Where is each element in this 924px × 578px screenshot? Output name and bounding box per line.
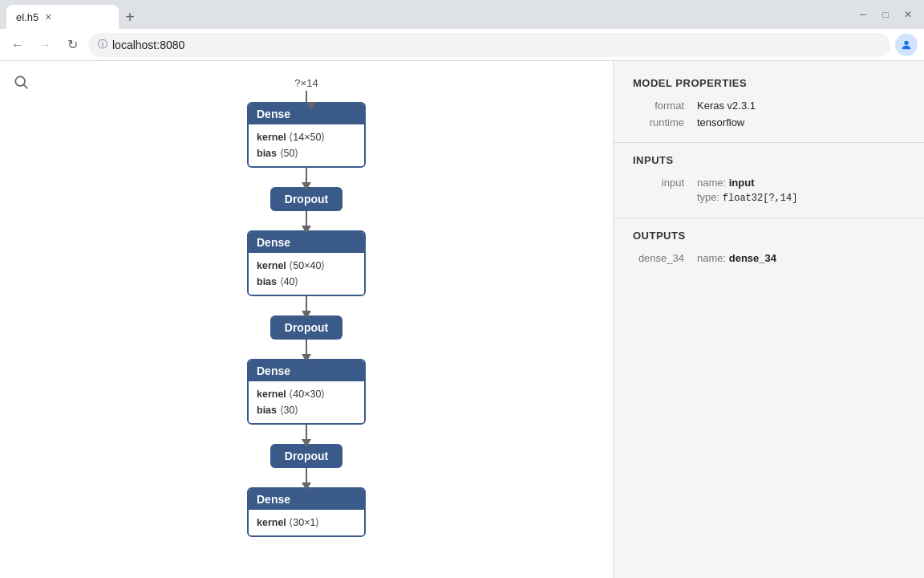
close-tab-button[interactable]: × <box>45 11 51 22</box>
svg-marker-7 <box>302 354 311 362</box>
dense-layer-3[interactable]: Dense kernel ⟨40×30⟩ bias ⟨30⟩ <box>247 359 366 425</box>
outputs-title: OUTPUTS <box>614 230 924 250</box>
dropout-2-label: Dropout <box>270 315 342 340</box>
back-button[interactable]: ← <box>6 34 29 56</box>
input-label: input <box>633 177 697 189</box>
svg-marker-4 <box>302 182 311 190</box>
diagram-scroll: ?×14 Dense kernel ⟨14×50⟩ bias <box>0 61 613 578</box>
output-name-value: name: dense_34 <box>697 252 776 264</box>
svg-marker-5 <box>302 226 311 234</box>
runtime-row: runtime tensorflow <box>614 114 924 131</box>
diagram-panel: ?×14 Dense kernel ⟨14×50⟩ bias <box>0 61 613 578</box>
dropout-layer-3[interactable]: Dropout <box>270 444 342 468</box>
minimize-button[interactable]: ─ <box>853 5 873 24</box>
browser-tab[interactable]: el.h5 × <box>6 5 119 29</box>
window-close-button[interactable]: ✕ <box>898 5 918 24</box>
dense-3-header: Dense <box>249 360 364 381</box>
outputs-section: OUTPUTS dense_34 name: dense_34 <box>614 230 924 267</box>
svg-marker-9 <box>302 482 311 490</box>
output-name-row: dense_34 name: dense_34 <box>614 250 924 267</box>
reload-button[interactable]: ↻ <box>61 34 83 56</box>
dense-2-bias: bias ⟨40⟩ <box>257 274 356 290</box>
forward-button[interactable]: → <box>34 34 56 56</box>
dense-1-bias: bias ⟨50⟩ <box>257 145 356 161</box>
dense-4-kernel: kernel ⟨30×1⟩ <box>257 515 356 531</box>
dropout-3-label: Dropout <box>270 444 342 468</box>
profile-button[interactable] <box>895 34 918 56</box>
dense-layer-2[interactable]: Dense kernel ⟨50×40⟩ bias ⟨40⟩ <box>247 230 366 296</box>
format-label: format <box>633 100 697 112</box>
svg-marker-8 <box>302 439 311 447</box>
svg-line-2 <box>24 85 28 89</box>
dense-layer-4[interactable]: Dense kernel ⟨30×1⟩ <box>247 487 366 537</box>
dropout-layer-2[interactable]: Dropout <box>270 315 342 340</box>
dense-3-bias: bias ⟨30⟩ <box>257 402 356 418</box>
svg-point-0 <box>904 40 908 44</box>
new-tab-button[interactable]: + <box>119 6 141 28</box>
maximize-button[interactable]: □ <box>876 5 895 24</box>
properties-panel: MODEL PROPERTIES format Keras v2.3.1 run… <box>613 61 924 578</box>
format-row: format Keras v2.3.1 <box>614 97 924 114</box>
input-name-row: input name: input type: float32[?,14] <box>614 174 924 206</box>
url-text: localhost:8080 <box>112 39 184 51</box>
tab-title: el.h5 <box>16 11 38 23</box>
dense-1-kernel: kernel ⟨14×50⟩ <box>257 129 356 145</box>
dense-3-kernel: kernel ⟨40×30⟩ <box>257 386 356 402</box>
input-dimension-label: ?×14 <box>294 77 318 89</box>
dense-layer-1[interactable]: Dense kernel ⟨14×50⟩ bias ⟨50⟩ <box>247 102 366 168</box>
input-name-value: name: input <box>697 177 797 189</box>
svg-point-1 <box>15 76 25 86</box>
dropout-layer-1[interactable]: Dropout <box>270 187 342 211</box>
inputs-title: INPUTS <box>614 154 924 174</box>
dense-4-header: Dense <box>249 489 364 510</box>
search-icon[interactable] <box>13 74 29 94</box>
address-bar[interactable]: ⓘ localhost:8080 <box>88 33 890 57</box>
lock-icon: ⓘ <box>98 38 107 51</box>
output-label: dense_34 <box>633 252 697 264</box>
runtime-value: tensorflow <box>697 116 744 128</box>
svg-marker-6 <box>302 311 311 319</box>
input-type-value: type: float32[?,14] <box>697 191 797 204</box>
inputs-section: INPUTS input name: input type: float32[?… <box>614 154 924 206</box>
model-properties-title: MODEL PROPERTIES <box>614 77 924 97</box>
format-value: Keras v2.3.1 <box>697 100 756 112</box>
dense-2-header: Dense <box>249 232 364 253</box>
runtime-label: runtime <box>633 116 697 128</box>
dropout-1-label: Dropout <box>270 187 342 211</box>
dense-2-kernel: kernel ⟨50×40⟩ <box>257 258 356 274</box>
svg-marker-3 <box>306 102 316 110</box>
